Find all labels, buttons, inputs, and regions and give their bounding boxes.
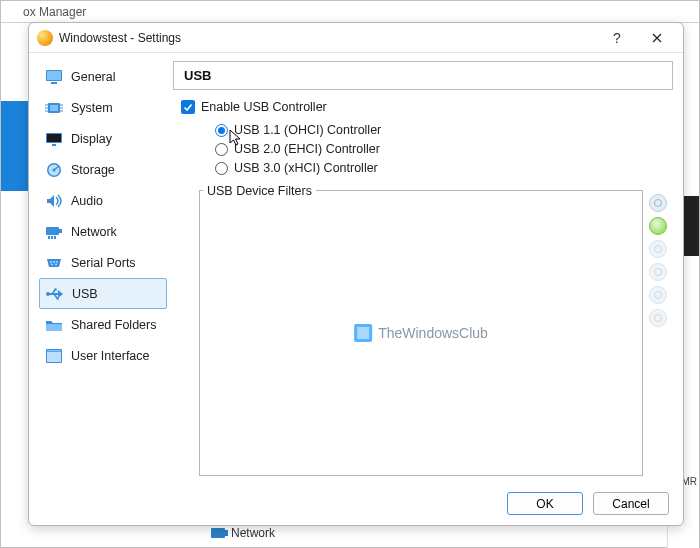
background-snapshot-label: Network: [211, 526, 275, 540]
monitor-icon: [45, 69, 63, 85]
watermark-icon: [354, 324, 372, 342]
serial-icon: [45, 255, 63, 271]
help-button[interactable]: ?: [597, 24, 637, 52]
filter-add-empty-button[interactable]: [649, 194, 667, 212]
close-icon: [652, 33, 662, 43]
svg-rect-12: [47, 134, 61, 142]
svg-rect-30: [46, 324, 62, 331]
sidebar-item-usb[interactable]: USB: [39, 278, 167, 309]
snapshot-text: Network: [231, 526, 275, 540]
svg-rect-20: [51, 236, 53, 239]
disk-icon: [45, 162, 63, 178]
radio-usb20[interactable]: USB 2.0 (EHCI) Controller: [215, 142, 669, 156]
usb-filters-list[interactable]: TheWindowsClub: [199, 190, 643, 476]
sidebar-item-label: System: [71, 101, 113, 115]
settings-sidebar: General System Display Storage Audio Net…: [39, 61, 167, 480]
cancel-button[interactable]: Cancel: [593, 492, 669, 515]
sidebar-item-label: Storage: [71, 163, 115, 177]
radio-icon: [215, 124, 228, 137]
usb-controller-group: USB 1.1 (OHCI) Controller USB 2.0 (EHCI)…: [181, 118, 669, 180]
sidebar-item-system[interactable]: System: [39, 92, 167, 123]
folder-icon: [45, 317, 63, 333]
svg-rect-21: [54, 236, 56, 239]
radio-usb11[interactable]: USB 1.1 (OHCI) Controller: [215, 123, 669, 137]
filter-move-up-button[interactable]: [649, 286, 667, 304]
chip-icon: [45, 100, 63, 116]
sidebar-item-shared-folders[interactable]: Shared Folders: [39, 309, 167, 340]
radio-label: USB 3.0 (xHCI) Controller: [234, 161, 378, 175]
settings-main-panel: USB Enable USB Controller USB 1.1 (OHCI)…: [173, 61, 673, 480]
watermark-text: TheWindowsClub: [378, 325, 488, 341]
background-selection-bar: [1, 101, 31, 191]
svg-point-26: [55, 263, 57, 265]
svg-rect-2: [51, 82, 57, 84]
svg-rect-29: [57, 297, 59, 299]
enable-usb-label: Enable USB Controller: [201, 100, 327, 114]
svg-point-28: [54, 288, 57, 291]
watermark: TheWindowsClub: [354, 324, 488, 342]
radio-icon: [215, 143, 228, 156]
radio-label: USB 2.0 (EHCI) Controller: [234, 142, 380, 156]
usb-icon: [46, 286, 64, 302]
radio-usb30[interactable]: USB 3.0 (xHCI) Controller: [215, 161, 669, 175]
filter-edit-button[interactable]: [649, 240, 667, 258]
sidebar-item-serial[interactable]: Serial Ports: [39, 247, 167, 278]
enable-usb-row[interactable]: Enable USB Controller: [181, 100, 669, 114]
svg-rect-13: [52, 144, 56, 146]
sidebar-item-label: User Interface: [71, 349, 150, 363]
audio-icon: [45, 193, 63, 209]
filters-group-label: USB Device Filters: [203, 184, 316, 198]
page-header: USB: [173, 61, 673, 90]
svg-rect-32: [47, 352, 61, 362]
titlebar[interactable]: Windowstest - Settings ?: [29, 23, 683, 53]
sidebar-item-storage[interactable]: Storage: [39, 154, 167, 185]
radio-icon: [215, 162, 228, 175]
background-title: ox Manager: [1, 1, 699, 23]
network-icon: [211, 528, 225, 538]
sidebar-item-display[interactable]: Display: [39, 123, 167, 154]
filter-move-down-button[interactable]: [649, 309, 667, 327]
enable-usb-checkbox[interactable]: [181, 100, 195, 114]
svg-point-23: [53, 261, 55, 263]
svg-point-24: [56, 261, 58, 263]
dialog-button-bar: OK Cancel: [29, 484, 683, 525]
sidebar-item-label: Display: [71, 132, 112, 146]
sidebar-item-audio[interactable]: Audio: [39, 185, 167, 216]
settings-dialog: Windowstest - Settings ? General System …: [28, 22, 684, 526]
ui-icon: [45, 348, 63, 364]
sidebar-item-label: USB: [72, 287, 98, 301]
dialog-title: Windowstest - Settings: [59, 31, 597, 45]
svg-point-22: [50, 261, 52, 263]
sidebar-item-general[interactable]: General: [39, 61, 167, 92]
sidebar-item-label: Network: [71, 225, 117, 239]
filter-toolbar: [647, 190, 669, 476]
svg-rect-18: [59, 229, 62, 233]
filter-remove-button[interactable]: [649, 263, 667, 281]
network-card-icon: [45, 224, 63, 240]
svg-rect-19: [48, 236, 50, 239]
sidebar-item-label: General: [71, 70, 115, 84]
sidebar-item-network[interactable]: Network: [39, 216, 167, 247]
filter-add-device-button[interactable]: [649, 217, 667, 235]
svg-rect-4: [50, 105, 58, 111]
sidebar-item-label: Shared Folders: [71, 318, 156, 332]
svg-rect-33: [47, 350, 61, 352]
svg-rect-1: [47, 71, 61, 80]
ok-button[interactable]: OK: [507, 492, 583, 515]
check-icon: [183, 102, 193, 112]
svg-rect-17: [46, 227, 59, 235]
svg-point-25: [51, 263, 53, 265]
sidebar-item-label: Serial Ports: [71, 256, 136, 270]
sidebar-item-ui[interactable]: User Interface: [39, 340, 167, 371]
radio-label: USB 1.1 (OHCI) Controller: [234, 123, 381, 137]
svg-point-27: [46, 292, 50, 296]
close-button[interactable]: [637, 24, 677, 52]
app-icon: [37, 30, 53, 46]
sidebar-item-label: Audio: [71, 194, 103, 208]
display-icon: [45, 131, 63, 147]
